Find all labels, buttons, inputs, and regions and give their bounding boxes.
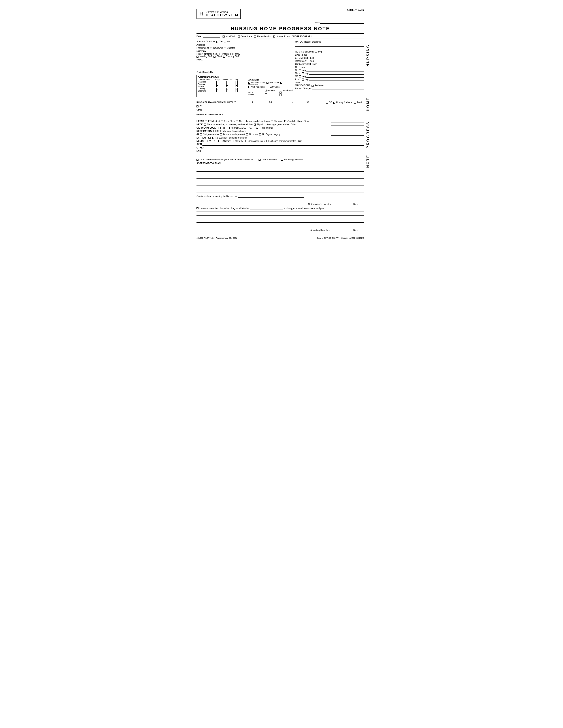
side-tab-note: NOTE <box>366 154 370 168</box>
ros-ent-label: ENT, Mouth neg <box>295 57 314 59</box>
fh-ability: Rests Abil's <box>197 79 213 81</box>
lab-extra-line <box>196 154 364 157</box>
ros-cardiovascular: Cardiovascular neg <box>295 63 365 65</box>
gi-line <box>331 133 364 136</box>
cont-bowel: Bowel <box>248 94 293 96</box>
fr-f-d <box>233 83 241 85</box>
np-signature-label: NP/Resident's Signature <box>308 203 332 205</box>
fr-dr-d <box>233 87 241 90</box>
fr-dr-i <box>213 87 222 90</box>
visit-addressograph: ADDRESSOGRAPH <box>292 35 312 38</box>
cont-header-i: Incontinent <box>282 89 293 91</box>
saw-examined-line <box>250 207 283 210</box>
gen-appear-line <box>196 116 364 119</box>
attending-signature-line <box>298 226 342 229</box>
ros-const-label: ROS: Constitutional neg <box>295 51 322 53</box>
func-grid-left: Rests Abil's Indep. Needs Asst Dep. Tran… <box>197 79 246 96</box>
gi-text: GI Soft, non-tender Bowel sounds present… <box>196 133 331 136</box>
ros-gi-line <box>305 66 364 68</box>
phys-wt-label: Wt: <box>307 101 310 104</box>
fr-ba-i <box>213 85 222 87</box>
ros-gu-line <box>307 69 364 71</box>
phys-t-line <box>237 101 250 104</box>
continues-label: Continues to need nursing facility care … <box>196 195 237 197</box>
allergies-label: Allergies <box>196 44 205 46</box>
cont-b-c <box>265 94 267 96</box>
func-rows: Transfers Feeding Bathing Dressing Groom… <box>197 81 246 92</box>
phys-p-line <box>254 101 268 104</box>
fr-t-na <box>222 81 233 83</box>
mr-label: MR# <box>315 21 320 23</box>
left-column: Advance Directives Yes No Allergies Prob… <box>196 40 291 98</box>
neuro-text: NEURO A&O X 3 CN intact Motor 5/5 Sensat… <box>196 140 331 142</box>
func-table-body: Rests Abil's Indep. Needs Asst Dep. Tran… <box>197 79 287 96</box>
other-exam-label: OTHER <box>196 146 204 149</box>
reviewed-care-plan: Total Care Plan/Pharmacy/Medication Orde… <box>196 158 254 161</box>
ros-psych-label: Psych neg <box>295 78 309 81</box>
footer-right: Copy 1: OFFICE CHART Copy 2: NURSING HOM… <box>317 237 364 239</box>
patient-name-area: PATIENT NAME <box>309 9 364 14</box>
fr-grooming: Grooming <box>197 90 213 92</box>
fr-gr-i <box>213 90 222 92</box>
logo-box: ⛩ University of Virginia HEALTH SYSTEM <box>196 9 241 19</box>
ros-psych-line <box>309 78 364 81</box>
continues-section: Continues to need nursing facility care … <box>196 195 364 198</box>
visit-recert: Recertification <box>254 35 271 38</box>
cont-b-i <box>279 94 282 96</box>
logo-arch-icon: ⛩ <box>199 11 204 17</box>
ap-line2 <box>196 169 364 172</box>
fr-dressing: Dressing <box>197 87 213 90</box>
np-signature-line <box>298 200 342 203</box>
ambulation-title: Ambulation <box>248 79 293 81</box>
fr-dr-na <box>222 87 233 90</box>
history-label: HISTORY: <box>196 50 289 53</box>
extra-line1 <box>196 213 364 216</box>
continence-section: Continent Incontinent Urine Bowel <box>248 89 293 96</box>
fr-gr-d <box>233 90 241 92</box>
social-family-row: Social/Family Hx <box>196 71 289 73</box>
ros-ent-line <box>315 56 364 59</box>
logo-area: ⛩ University of Virginia HEALTH SYSTEM <box>196 9 241 19</box>
fr-t-i <box>213 81 222 83</box>
ap-line8 <box>196 190 364 193</box>
allergies-line <box>205 43 288 46</box>
ros-ms-label: MS neg <box>295 75 306 78</box>
functional-status-table: FUNCTIONAL STATUS Rests Abil's Indep. Ne… <box>196 75 289 97</box>
ros-other: Other <box>295 81 365 84</box>
cont-spacer <box>248 89 259 91</box>
extra-line3 <box>196 220 364 223</box>
fh-dep: Dep. <box>233 79 241 81</box>
patient-name-line <box>309 11 364 14</box>
ros-ent: ENT, Mouth neg <box>295 56 365 59</box>
ros-ms-line <box>307 75 364 78</box>
skin-label: SKIN <box>196 143 202 146</box>
amb-row1: Nonambulatory With Cane Unassisted <box>248 81 293 86</box>
title-divider <box>196 33 364 34</box>
resp-line <box>331 130 364 132</box>
mh-line3 <box>295 47 365 50</box>
lab-row: LAB <box>196 150 364 152</box>
heent-line <box>331 120 364 122</box>
cont-headers: Continent Incontinent <box>248 89 293 91</box>
lab-divider <box>196 153 364 153</box>
problem-list-row: Problem List: Reviewed Updated <box>196 47 289 49</box>
ros-psych: Psych neg <box>295 78 365 81</box>
ap-line6 <box>196 183 364 186</box>
gi-row: GI Soft, non-tender Bowel sounds present… <box>196 133 364 136</box>
np-date-line <box>347 200 364 203</box>
ros-eyes: Eyes neg <box>295 53 365 56</box>
ros-rc-label: Recent Changes <box>295 87 312 90</box>
pmhx-section: PMHx: <box>196 58 289 70</box>
ros-meds-label: MEDICATIONS: Reviewed <box>295 84 324 87</box>
neuro-row: NEURO A&O X 3 CN intact Motor 5/5 Sensat… <box>196 140 364 142</box>
logo-health: HEALTH SYSTEM <box>206 13 238 17</box>
resp-row: RESPIRATORY Bilaterally clear to auscult… <box>196 130 364 132</box>
phys-other-label: Other <box>196 109 202 111</box>
phys-wt-line <box>311 101 325 104</box>
exam-sections: GENERAL APPEARANCE HEENT EOMI intact Eye… <box>196 113 364 152</box>
amb-row2: With Assistance With walker <box>248 86 293 88</box>
fr-f-i <box>213 83 222 85</box>
ros-cardio-line <box>318 63 364 65</box>
phys-other-line <box>203 109 364 111</box>
ap-line1 <box>196 165 364 168</box>
